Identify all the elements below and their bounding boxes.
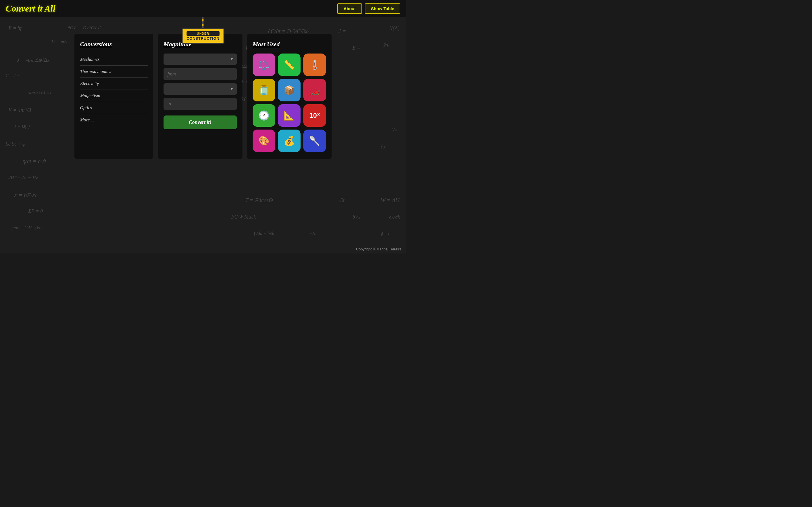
- panels-container: Conversions Mechanics Thermodynamics Ele…: [74, 34, 332, 159]
- formula-decoration: J =: [338, 28, 346, 35]
- conversion-item-mechanics[interactable]: Mechanics: [80, 54, 148, 66]
- convert-button[interactable]: Convert it!: [163, 115, 237, 129]
- formula-decoration: E = hf: [8, 25, 21, 31]
- formula-decoration: V = 4πr³/3: [8, 107, 31, 113]
- conversions-panel: Conversions Mechanics Thermodynamics Ele…: [74, 34, 153, 159]
- money-icon-button[interactable]: 💰: [278, 129, 301, 152]
- formula-decoration: ∮ = σ: [380, 231, 391, 236]
- app-title: Convert it All: [6, 3, 56, 14]
- header-buttons: About Show Table: [337, 3, 400, 14]
- construction-text: CONSTRUCTION: [187, 36, 220, 41]
- formula-decoration: Vx: [392, 127, 397, 132]
- formula-decoration: 2·u: [384, 42, 389, 48]
- most-used-title: Most Used: [253, 41, 326, 48]
- from-input[interactable]: [163, 68, 237, 80]
- formula-decoration: J = -ρₘ Δψ/Δx: [17, 56, 50, 63]
- show-table-button[interactable]: Show Table: [365, 3, 400, 14]
- formula-decoration: 2H⁺ + 2ē → H₂: [8, 175, 38, 180]
- conversions-title: Conversions: [80, 41, 148, 48]
- exponent-icon-button[interactable]: 10ˣ: [303, 104, 326, 127]
- conversion-item-magnetism[interactable]: Magnetism: [80, 90, 148, 102]
- formula-decoration: ∫Vdu = b∂k: [254, 231, 274, 236]
- formula-decoration: Δc = m/v: [51, 40, 67, 45]
- most-used-panel: Most Used ⚖️ 📏 🌡️ 🫙 📦 🏎️ 🕐 📐 10ˣ 🎨 💰 🥄: [247, 34, 332, 159]
- formula-decoration: ε = hF·ε₀: [14, 191, 37, 199]
- copyright-text: Copyright © Marina Ferreira: [356, 247, 402, 251]
- formula-decoration: C = 2πr: [6, 73, 19, 78]
- formula-decoration: E =: [352, 45, 360, 51]
- formula-decoration: FC·W·M,ωk: [231, 214, 256, 220]
- formula-decoration: -2c: [310, 231, 316, 236]
- formula-decoration: sin(a+b) ≤ c: [28, 90, 52, 96]
- icons-grid: ⚖️ 📏 🌡️ 🫙 📦 🏎️ 🕐 📐 10ˣ 🎨 💰 🥄: [253, 54, 326, 152]
- magnitude-select-wrapper: ▼: [163, 54, 237, 65]
- formula-decoration: 1 = Ω(r): [14, 124, 30, 129]
- conversion-item-thermodynamics[interactable]: Thermodynamics: [80, 66, 148, 78]
- formula-decoration: ∫udv = U·V - ∫Vdu: [11, 225, 44, 230]
- mass-icon-button[interactable]: 🫙: [253, 79, 275, 101]
- formula-decoration: ΣF = 0: [28, 209, 43, 214]
- construction-sign: UNDER CONSTRUCTION: [182, 28, 224, 44]
- formula-decoration: ∂x: [380, 144, 386, 150]
- formula-decoration: Sc S₀ + ψ: [6, 141, 26, 147]
- color-palette-icon-button[interactable]: 🎨: [253, 129, 275, 152]
- formula-decoration: ∂C/∂t = D ∂²C/∂x²: [68, 25, 101, 31]
- header: Convert it All About Show Table: [0, 0, 406, 17]
- magnitude-panel: Magnitude ▼ ▼ Convert it!: [158, 34, 243, 159]
- formula-decoration: -∂r: [338, 197, 345, 204]
- formula-decoration: η/∂t = h·ℏ: [22, 158, 46, 165]
- formula-decoration: ∂λ/∂k: [389, 214, 400, 220]
- crane-hook: [202, 17, 204, 28]
- formula-decoration: T = FdcosΘ: [245, 197, 273, 204]
- conversion-item-electricity[interactable]: Electricity: [80, 78, 148, 90]
- about-button[interactable]: About: [337, 3, 362, 14]
- conversion-item-more[interactable]: More....: [80, 114, 148, 126]
- magnitude-select[interactable]: [163, 54, 237, 65]
- formula-decoration: N(A): [389, 25, 400, 32]
- conversion-item-optics[interactable]: Optics: [80, 102, 148, 114]
- spoon-icon-button[interactable]: 🥄: [303, 129, 326, 152]
- angle-icon-button[interactable]: 📐: [278, 104, 301, 127]
- to-select[interactable]: [163, 83, 237, 95]
- footer: Copyright © Marina Ferreira: [356, 247, 402, 251]
- volume-icon-button[interactable]: 📦: [278, 79, 301, 101]
- to-select-wrapper: ▼: [163, 83, 237, 95]
- speed-icon-button[interactable]: 🏎️: [303, 79, 326, 101]
- weight-kg-icon-button[interactable]: ⚖️: [253, 54, 275, 76]
- under-text: UNDER: [187, 31, 220, 36]
- formula-decoration: W = ΔU: [380, 197, 399, 204]
- temperature-icon-button[interactable]: 🌡️: [303, 54, 326, 76]
- under-construction-banner: UNDER CONSTRUCTION: [182, 17, 224, 44]
- formula-decoration: bVx: [352, 214, 360, 220]
- to-input[interactable]: [163, 98, 237, 110]
- ruler-icon-button[interactable]: 📏: [278, 54, 301, 76]
- time-icon-button[interactable]: 🕐: [253, 104, 275, 127]
